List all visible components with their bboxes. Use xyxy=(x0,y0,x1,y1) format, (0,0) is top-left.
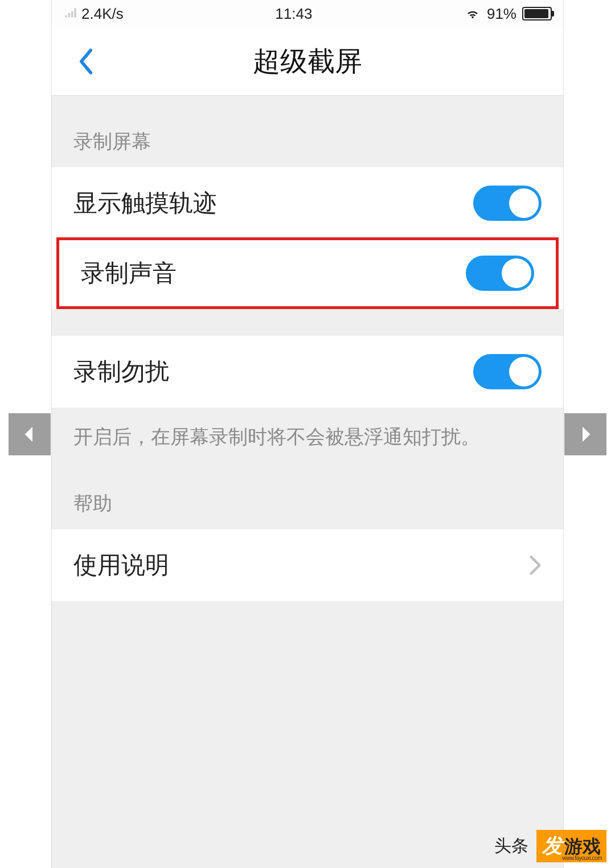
section-header-record: 录制屏幕 xyxy=(52,96,563,167)
arrow-right-icon xyxy=(574,423,597,446)
watermark-overlay: 头条 发 游戏 www.fayouxi.com xyxy=(494,830,606,862)
gallery-prev-button[interactable] xyxy=(9,413,51,455)
status-bar: 2.4K/s 11:43 91% xyxy=(52,0,563,27)
source-label: 头条 xyxy=(494,834,528,858)
row-label: 录制声音 xyxy=(81,257,177,289)
wifi-icon xyxy=(464,5,481,22)
row-label: 使用说明 xyxy=(73,549,169,581)
site-logo: 发 游戏 www.fayouxi.com xyxy=(536,830,606,862)
phone-screenshot: 2.4K/s 11:43 91% 超级截屏 录制屏幕 显示触摸轨迹 录制声音 录… xyxy=(51,0,564,868)
page-title: 超级截屏 xyxy=(52,43,563,80)
row-record-dnd[interactable]: 录制勿扰 xyxy=(52,336,563,408)
toggle-show-touch-trace[interactable] xyxy=(473,186,542,221)
dnd-footer-note: 开启后，在屏幕录制时将不会被悬浮通知打扰。 xyxy=(52,408,563,479)
arrow-left-icon xyxy=(18,423,41,446)
row-label: 录制勿扰 xyxy=(73,356,169,388)
settings-group-record: 显示触摸轨迹 录制声音 xyxy=(52,167,563,309)
toggle-record-dnd[interactable] xyxy=(473,354,542,389)
back-button[interactable] xyxy=(72,47,100,76)
gallery-page-counter: 4 / 4 xyxy=(13,13,48,34)
row-usage-instructions[interactable]: 使用说明 xyxy=(52,529,563,601)
battery-icon xyxy=(522,7,552,20)
gallery-next-button[interactable] xyxy=(564,413,606,455)
chevron-right-icon xyxy=(529,554,542,576)
network-speed: 2.4K/s xyxy=(81,5,124,23)
chevron-left-icon xyxy=(78,48,94,75)
settings-group-dnd: 录制勿扰 xyxy=(52,336,563,408)
status-time: 11:43 xyxy=(275,5,312,23)
row-record-sound[interactable]: 录制声音 xyxy=(56,237,559,309)
row-label: 显示触摸轨迹 xyxy=(73,187,217,219)
network-icon xyxy=(63,6,78,21)
battery-percent: 91% xyxy=(487,5,516,23)
toggle-record-sound[interactable] xyxy=(466,256,534,291)
section-header-help: 帮助 xyxy=(52,479,563,529)
settings-group-help: 使用说明 xyxy=(52,529,563,601)
nav-header: 超级截屏 xyxy=(52,27,563,96)
row-show-touch-trace[interactable]: 显示触摸轨迹 xyxy=(52,167,563,239)
